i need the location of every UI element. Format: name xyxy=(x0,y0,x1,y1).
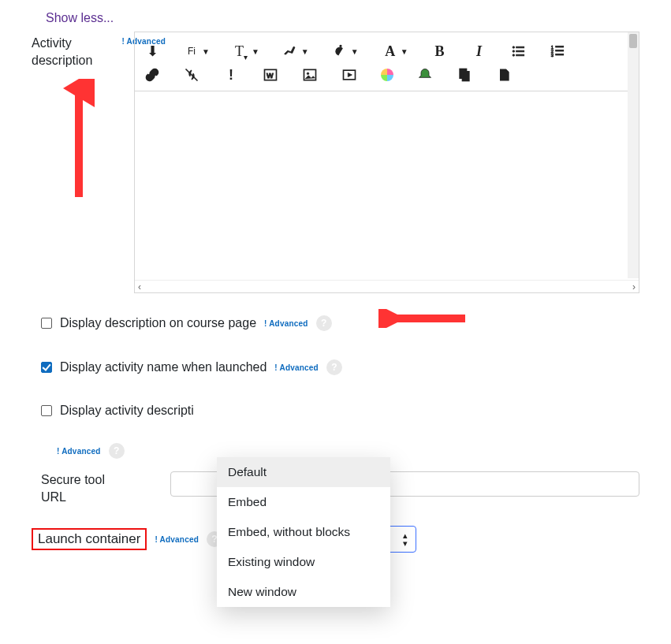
dropdown-option-existing-window[interactable]: Existing window xyxy=(217,547,390,575)
rich-text-editor[interactable]: ⬇ Fi▼ T▾▼ ▼ ▼ A▼ B I 123 xyxy=(134,32,639,293)
display-activity-desc-label: Display activity descripti xyxy=(60,404,194,418)
bold-button[interactable]: B xyxy=(432,43,448,59)
link-button[interactable] xyxy=(144,67,160,83)
display-activity-name-row: Display activity name when launched Adva… xyxy=(32,345,639,389)
svg-marker-19 xyxy=(348,73,352,77)
label-text: Activity description xyxy=(32,36,92,67)
display-activity-desc-checkbox[interactable] xyxy=(41,405,52,416)
italic-button[interactable]: I xyxy=(472,43,487,59)
manage-files-button[interactable] xyxy=(457,67,472,83)
svg-rect-8 xyxy=(555,46,563,47)
show-less-link[interactable]: Show less... xyxy=(32,8,639,32)
font-family-button[interactable]: Fi▼ xyxy=(184,43,210,59)
advanced-badge: Advanced xyxy=(274,363,319,372)
help-icon[interactable]: ? xyxy=(109,443,125,459)
word-import-button[interactable]: W xyxy=(263,67,278,83)
toggle-toolbar-button[interactable]: ⬇ xyxy=(144,43,160,59)
image-button[interactable] xyxy=(302,67,318,83)
svg-text:W: W xyxy=(267,72,274,80)
display-on-course-page-row: Display description on course page Advan… xyxy=(32,301,639,345)
svg-point-3 xyxy=(513,50,515,53)
select-arrows-icon: ▴▾ xyxy=(403,531,408,547)
svg-rect-10 xyxy=(555,50,563,51)
numbered-list-button[interactable]: 123 xyxy=(550,43,566,59)
display-on-course-page-checkbox[interactable] xyxy=(41,318,52,329)
display-activity-name-label: Display activity name when launched xyxy=(60,360,267,374)
display-activity-desc-row: Display activity descripti xyxy=(32,389,639,432)
horizontal-scrollbar[interactable]: ‹› xyxy=(135,280,639,292)
dropdown-option-embed[interactable]: Embed xyxy=(217,487,390,517)
advanced-badge: Advanced xyxy=(264,319,308,328)
bullet-list-button[interactable] xyxy=(511,43,527,59)
svg-point-5 xyxy=(513,54,515,57)
svg-rect-6 xyxy=(516,54,524,56)
dropdown-option-embed-no-blocks[interactable]: Embed, without blocks xyxy=(217,517,390,547)
svg-point-1 xyxy=(513,47,515,49)
display-activity-name-checkbox[interactable] xyxy=(41,362,52,373)
svg-point-17 xyxy=(307,73,309,75)
dropdown-option-default[interactable]: Default xyxy=(217,457,390,487)
warning-button[interactable]: ! xyxy=(223,67,239,83)
editor-content-area[interactable] xyxy=(135,91,639,280)
launch-container-dropdown: Default Embed Embed, without blocks Exis… xyxy=(217,457,390,575)
help-icon[interactable]: ? xyxy=(316,315,332,331)
vertical-scrollbar[interactable] xyxy=(628,32,639,278)
secure-tool-url-label: Secure tool URL xyxy=(41,473,105,504)
launch-container-label: Launch container xyxy=(32,528,147,550)
media-button[interactable] xyxy=(341,67,357,83)
help-icon[interactable]: ? xyxy=(326,359,342,375)
activity-description-label: Activity description Advanced xyxy=(32,32,134,69)
record-button[interactable] xyxy=(417,67,433,83)
paste-button[interactable] xyxy=(496,67,512,83)
annotation-arrow-left xyxy=(378,309,473,328)
highlight-color-button[interactable]: ▼ xyxy=(283,43,309,59)
svg-rect-21 xyxy=(463,72,469,81)
kaltura-button[interactable] xyxy=(381,69,393,81)
display-on-course-page-label: Display description on course page xyxy=(60,316,256,330)
accessibility-button[interactable]: ▼ xyxy=(333,43,359,59)
svg-rect-2 xyxy=(516,47,524,48)
annotation-arrow-up xyxy=(63,79,95,205)
advanced-badge: Advanced xyxy=(155,535,199,544)
svg-rect-4 xyxy=(516,50,524,52)
svg-rect-12 xyxy=(555,54,563,55)
unlink-button[interactable] xyxy=(184,67,199,83)
editor-toolbar: ⬇ Fi▼ T▾▼ ▼ ▼ A▼ B I 123 xyxy=(135,32,639,91)
svg-point-0 xyxy=(340,45,341,47)
svg-text:3: 3 xyxy=(550,53,553,58)
font-color-button[interactable]: A▼ xyxy=(382,43,408,59)
advanced-badge: Advanced xyxy=(57,447,101,456)
font-size-button[interactable]: T▾▼ xyxy=(233,43,259,59)
